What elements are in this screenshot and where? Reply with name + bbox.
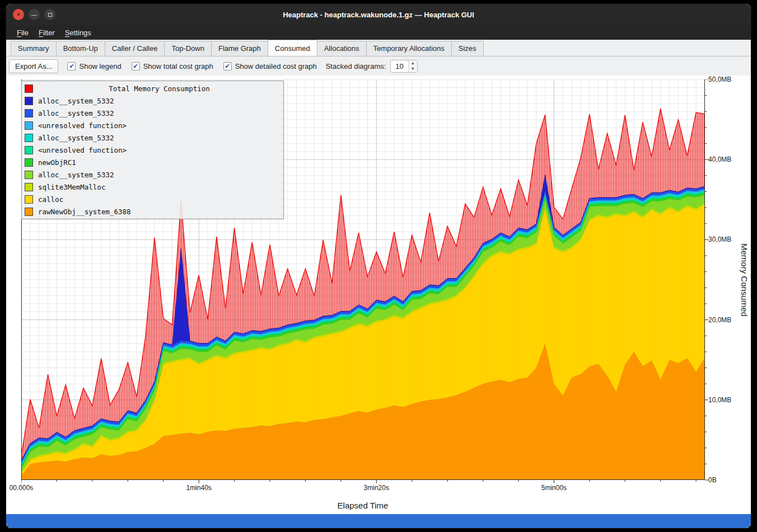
legend-label: sqlite3MemMalloc <box>38 183 105 191</box>
legend-label: alloc__system_5332 <box>38 134 114 142</box>
legend-label: <unresolved function> <box>38 146 127 154</box>
tab-summary[interactable]: Summary <box>11 41 57 56</box>
legend-row: alloc__system_5332 <box>24 131 282 144</box>
legend-label: calloc <box>38 195 63 204</box>
checkbox-show-total-cost-graph[interactable]: ✔Show total cost graph <box>132 62 213 70</box>
newobjrc1-swatch <box>25 158 33 167</box>
titlebar: ✕ — Heaptrack - heaptrack.wakunode.1.gz … <box>6 4 751 25</box>
tab-top-down[interactable]: Top-Down <box>164 41 212 56</box>
x-tick-label: 5min00s <box>530 484 577 492</box>
alloc-system-5332-swatch <box>25 97 33 105</box>
window-controls: ✕ — <box>13 9 55 20</box>
legend-row: sqlite3MemMalloc <box>24 181 282 193</box>
tab-bottom-up[interactable]: Bottom-Up <box>56 41 105 56</box>
legend-label: rawNewObj__system_6388 <box>38 208 131 216</box>
legend-label: <unresolved function> <box>38 121 127 130</box>
legend-row: alloc__system_5332 <box>24 95 282 107</box>
checkbox-box: ✔ <box>223 62 232 70</box>
calloc-swatch <box>25 195 33 204</box>
legend-label: alloc__system_5332 <box>38 171 114 179</box>
checkbox-box: ✔ <box>132 62 140 70</box>
tab-flame-graph[interactable]: Flame Graph <box>211 41 268 56</box>
spinner-down-button[interactable]: ▼ <box>409 66 417 72</box>
chart-legend: Total Memory Consumptionalloc__system_53… <box>21 81 284 219</box>
tab-bar: SummaryBottom-UpCaller / CalleeTop-DownF… <box>6 40 751 57</box>
x-axis-title: Elapsed Time <box>195 501 531 510</box>
legend-row: newObjRC1 <box>24 156 282 168</box>
checkbox-label: Show detailed cost graph <box>235 62 317 70</box>
alloc-system-5332-swatch <box>25 134 33 142</box>
spinner-up-button[interactable]: ▲ <box>409 60 417 67</box>
checkbox-group: ✔Show legend✔Show total cost graph✔Show … <box>67 62 316 70</box>
close-button[interactable]: ✕ <box>13 9 24 20</box>
unresolved-function-swatch <box>25 146 33 154</box>
minimize-icon: — <box>31 12 37 18</box>
y-axis-title: Memory Consumed <box>738 79 749 480</box>
menubar: FileFilterSettings <box>6 25 751 40</box>
maximize-button[interactable] <box>44 9 55 20</box>
legend-label: alloc__system_5332 <box>38 109 114 117</box>
checkbox-label: Show legend <box>79 62 121 70</box>
x-tick-label: 1min40s <box>175 484 222 492</box>
stacked-diagrams-label: Stacked diagrams: <box>326 62 386 70</box>
tab-allocations[interactable]: Allocations <box>317 41 367 56</box>
x-tick-label: 3min20s <box>353 484 400 492</box>
toolbar: Export As... ✔Show legend✔Show total cos… <box>6 57 751 76</box>
minimize-button[interactable]: — <box>29 9 40 20</box>
total-memory-swatch <box>25 84 33 93</box>
alloc-system-5332-swatch <box>25 109 33 117</box>
close-icon: ✕ <box>16 12 21 17</box>
legend-row: <unresolved function> <box>24 144 282 156</box>
unresolved-function-swatch <box>25 121 33 130</box>
legend-label: alloc__system_5332 <box>38 97 114 105</box>
window-title: Heaptrack - heaptrack.wakunode.1.gz — He… <box>6 11 751 19</box>
sqlite3memmalloc-swatch <box>25 183 33 191</box>
spinner-arrows: ▲ ▼ <box>408 60 417 72</box>
checkbox-box: ✔ <box>67 62 76 70</box>
tab-caller-callee[interactable]: Caller / Callee <box>105 41 165 56</box>
stacked-diagrams-value: 10 <box>391 60 408 72</box>
legend-row: rawNewObj__system_6388 <box>24 205 282 218</box>
menu-file[interactable]: File <box>12 27 34 39</box>
legend-row: <unresolved function> <box>24 119 282 131</box>
rawnewobj-system-6388-swatch <box>25 208 33 216</box>
tab-consumed[interactable]: Consumed <box>268 40 317 56</box>
tab-sizes[interactable]: Sizes <box>451 41 484 56</box>
legend-label: newObjRC1 <box>38 158 76 167</box>
progress-bar <box>6 514 751 528</box>
checkbox-show-detailed-cost-graph[interactable]: ✔Show detailed cost graph <box>223 62 317 70</box>
chart-area: 0B10,0MB20,0MB30,0MB40,0MB50,0MB00.000s1… <box>6 76 751 528</box>
legend-row: calloc <box>24 193 282 205</box>
tab-temporary-allocations[interactable]: Temporary Allocations <box>366 41 452 56</box>
legend-title: Total Memory Consumption <box>38 84 281 93</box>
menu-filter[interactable]: Filter <box>34 27 60 39</box>
export-as-button[interactable]: Export As... <box>9 59 58 73</box>
x-tick-label: 00.000s <box>6 484 45 492</box>
legend-row: alloc__system_5332 <box>24 168 282 181</box>
menu-settings[interactable]: Settings <box>60 27 96 39</box>
checkbox-show-legend[interactable]: ✔Show legend <box>67 62 121 70</box>
legend-title-row: Total Memory Consumption <box>24 82 282 95</box>
stacked-diagrams-control: Stacked diagrams: 10 ▲ ▼ <box>326 60 418 73</box>
checkbox-label: Show total cost graph <box>143 62 213 70</box>
legend-row: alloc__system_5332 <box>24 107 282 119</box>
stacked-diagrams-spinner[interactable]: 10 ▲ ▼ <box>390 60 417 73</box>
maximize-icon <box>48 13 52 17</box>
app-window: ✕ — Heaptrack - heaptrack.wakunode.1.gz … <box>6 3 751 529</box>
alloc-system-5332-swatch <box>25 171 33 179</box>
